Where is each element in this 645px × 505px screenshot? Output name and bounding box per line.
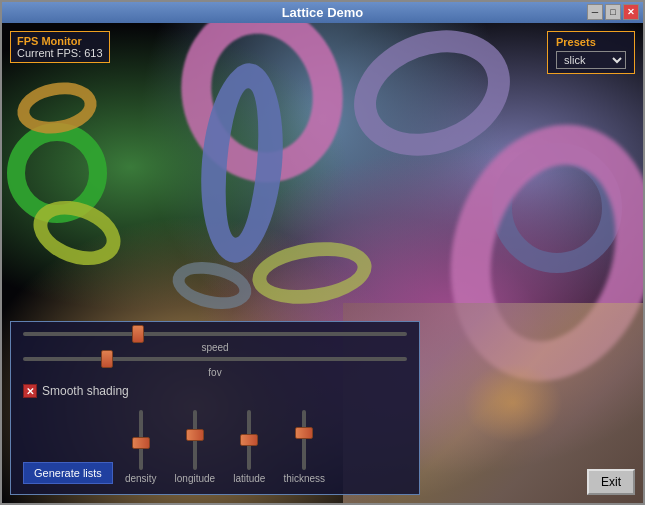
presets-dropdown: slick default smooth <box>556 51 626 69</box>
window-title: Lattice Demo <box>282 5 364 20</box>
close-button[interactable]: ✕ <box>623 4 639 20</box>
density-slider-thumb[interactable] <box>132 437 150 449</box>
fps-title: FPS Monitor <box>17 35 103 47</box>
latitude-slider-thumb[interactable] <box>240 434 258 446</box>
thickness-label: thickness <box>283 473 325 484</box>
fov-slider-row <box>23 357 407 361</box>
exit-button[interactable]: Exit <box>587 469 635 495</box>
fps-value: Current FPS: 613 <box>17 47 103 59</box>
main-content: FPS Monitor Current FPS: 613 Presets sli… <box>2 23 643 503</box>
speed-label: speed <box>23 342 407 353</box>
longitude-label: longitude <box>175 473 216 484</box>
fov-slider-thumb[interactable] <box>101 350 113 368</box>
presets-panel: Presets slick default smooth <box>547 31 635 74</box>
vertical-sliders: density longitude latitude <box>125 410 325 484</box>
latitude-slider-container: latitude <box>233 410 265 484</box>
presets-title: Presets <box>556 36 626 48</box>
speed-slider-thumb[interactable] <box>132 325 144 343</box>
latitude-label: latitude <box>233 473 265 484</box>
controls-panel: speed fov ✕ Smooth shading Generate list… <box>10 321 420 495</box>
title-bar-controls: ─ □ ✕ <box>587 4 639 20</box>
maximize-button[interactable]: □ <box>605 4 621 20</box>
longitude-slider-thumb[interactable] <box>186 429 204 441</box>
latitude-slider-track[interactable] <box>247 410 251 470</box>
density-slider-track[interactable] <box>139 410 143 470</box>
density-slider-container: density <box>125 410 157 484</box>
fov-label: fov <box>23 367 407 378</box>
fps-monitor: FPS Monitor Current FPS: 613 <box>10 31 110 63</box>
thickness-slider-track[interactable] <box>302 410 306 470</box>
generate-lists-button[interactable]: Generate lists <box>23 462 113 484</box>
longitude-slider-track[interactable] <box>193 410 197 470</box>
title-bar: Lattice Demo ─ □ ✕ <box>2 2 643 23</box>
smooth-shading-row: ✕ Smooth shading <box>23 384 407 398</box>
speed-slider-row <box>23 332 407 336</box>
smooth-shading-label: Smooth shading <box>42 384 129 398</box>
presets-select[interactable]: slick default smooth <box>556 51 626 69</box>
minimize-button[interactable]: ─ <box>587 4 603 20</box>
app-window: Lattice Demo ─ □ ✕ <box>0 0 645 505</box>
density-label: density <box>125 473 157 484</box>
longitude-slider-container: longitude <box>175 410 216 484</box>
bottom-controls-row: Generate lists density <box>23 406 407 484</box>
fov-slider-track[interactable] <box>23 357 407 361</box>
speed-slider-track[interactable] <box>23 332 407 336</box>
thickness-slider-container: thickness <box>283 410 325 484</box>
smooth-shading-checkbox[interactable]: ✕ <box>23 384 37 398</box>
thickness-slider-thumb[interactable] <box>295 427 313 439</box>
